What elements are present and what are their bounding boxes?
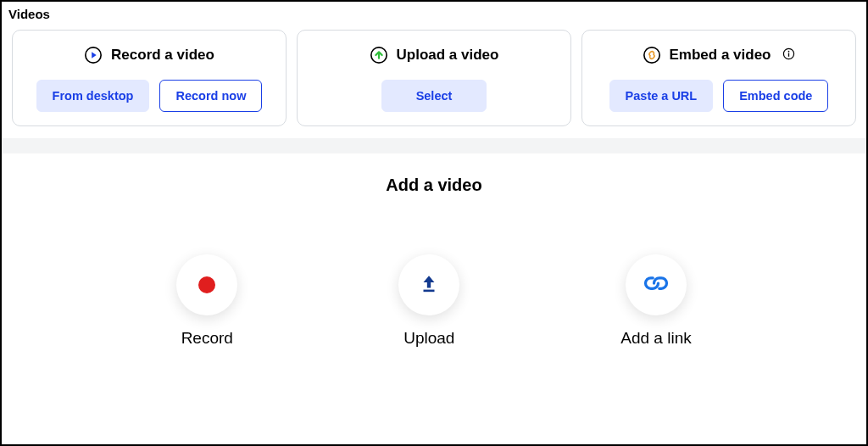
lower-title: Add a video — [386, 176, 481, 195]
option-record-label: Record — [181, 329, 233, 348]
card-embed: Embed a video Paste a URL Embed code — [581, 30, 856, 126]
card-embed-header: Embed a video — [643, 46, 796, 64]
upload-icon — [418, 272, 440, 298]
card-upload: Upload a video Select — [297, 30, 571, 126]
link-icon — [643, 270, 669, 299]
upload-circle — [398, 254, 459, 315]
card-embed-buttons: Paste a URL Embed code — [609, 80, 829, 112]
card-upload-buttons: Select — [381, 80, 487, 112]
svg-rect-7 — [424, 290, 435, 293]
videos-frame: Videos Record a video From desktop Recor… — [0, 0, 868, 446]
info-icon[interactable] — [782, 47, 795, 64]
svg-rect-6 — [788, 53, 789, 56]
panel-title: Videos — [2, 2, 866, 23]
select-button[interactable]: Select — [381, 80, 487, 112]
svg-marker-1 — [92, 52, 97, 58]
cards-row: Record a video From desktop Record now U… — [2, 23, 866, 138]
lower-panel: Add a video Record Upload — [2, 153, 866, 444]
option-addlink[interactable]: Add a link — [620, 254, 691, 348]
svg-point-3 — [643, 47, 659, 63]
paste-url-button[interactable]: Paste a URL — [609, 80, 714, 112]
addlink-circle — [626, 254, 687, 315]
play-circle-icon — [84, 46, 103, 64]
embed-code-button[interactable]: Embed code — [723, 80, 828, 112]
from-desktop-button[interactable]: From desktop — [36, 80, 150, 112]
card-record: Record a video From desktop Record now — [12, 30, 287, 126]
svg-point-5 — [788, 50, 790, 52]
divider-strip — [2, 138, 866, 153]
option-upload-label: Upload — [403, 329, 454, 348]
record-circle — [176, 254, 237, 315]
record-dot-icon — [198, 276, 215, 293]
option-addlink-label: Add a link — [620, 329, 691, 348]
link-circle-icon — [643, 46, 661, 64]
card-record-buttons: From desktop Record now — [36, 80, 263, 112]
option-upload[interactable]: Upload — [398, 254, 459, 348]
upload-arrow-icon — [370, 46, 388, 64]
card-record-header: Record a video — [84, 46, 214, 64]
option-record[interactable]: Record — [176, 254, 237, 348]
circle-row: Record Upload — [176, 254, 691, 348]
card-record-title: Record a video — [111, 47, 214, 64]
record-now-button[interactable]: Record now — [159, 80, 262, 112]
card-upload-title: Upload a video — [397, 47, 499, 64]
card-upload-header: Upload a video — [370, 46, 499, 64]
card-embed-title: Embed a video — [670, 47, 771, 64]
